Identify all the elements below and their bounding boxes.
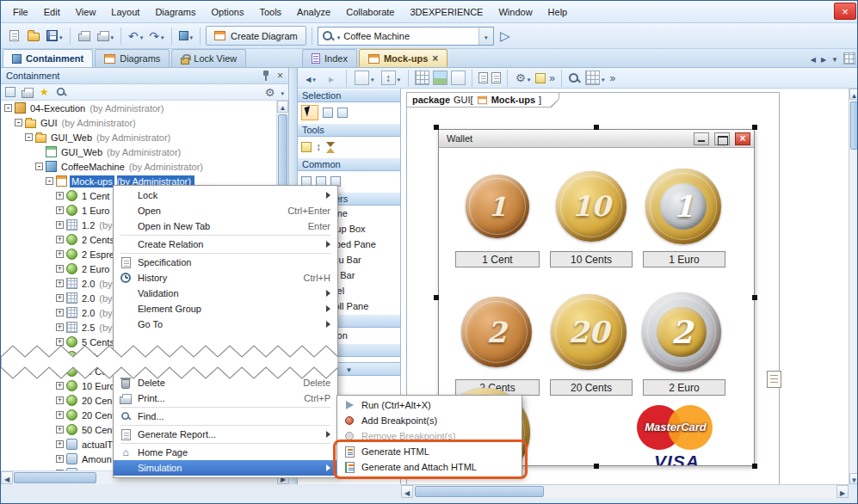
tab-lock-view[interactable]: Lock View	[171, 49, 246, 67]
menu-item-simulation[interactable]: Simulation	[114, 460, 337, 476]
scroll-right-button[interactable]	[836, 485, 849, 498]
tree-row[interactable]: GUI(by Administrator)	[1, 115, 277, 130]
new-project-button[interactable]	[5, 27, 22, 46]
menu-collaborate[interactable]: Collaborate	[339, 3, 401, 21]
menu-item-go-to[interactable]: Go To	[114, 317, 337, 332]
canvas-vertical-scrollbar[interactable]	[849, 89, 858, 484]
tab-containment[interactable]: Containment	[3, 49, 93, 67]
scroll-up-button[interactable]	[277, 101, 288, 113]
nav-forward-button[interactable]	[323, 69, 340, 88]
menu-item-validation[interactable]: Validation	[114, 286, 337, 301]
maximize-icon[interactable]	[714, 132, 730, 145]
tree-row[interactable]: GUI_Web(by Administrator)	[1, 130, 277, 144]
search-combo[interactable]: Coffee Machine	[318, 27, 494, 46]
panel-options-icon[interactable]	[265, 87, 275, 98]
coin-10-cents[interactable]: 10	[556, 171, 627, 242]
coin-1-euro[interactable]: 1	[645, 169, 721, 244]
menu-item-create-relation[interactable]: Create Relation	[114, 237, 337, 252]
expand-toggle[interactable]	[56, 440, 64, 448]
print-preview-button[interactable]	[96, 27, 116, 46]
wallet-title-bar[interactable]: Wallet	[439, 130, 754, 148]
table-view-button[interactable]	[583, 69, 607, 88]
menu-item-find[interactable]: Find...	[114, 409, 337, 424]
image-export-icon[interactable]	[433, 71, 448, 85]
menu-file[interactable]: File	[6, 3, 35, 21]
close-tab-icon[interactable]	[432, 53, 438, 64]
coin-2-cents[interactable]: 2	[461, 297, 532, 367]
search-tree-icon[interactable]	[56, 87, 66, 97]
expand-toggle[interactable]	[56, 411, 64, 419]
selection-handle[interactable]	[594, 125, 599, 130]
window-close-button[interactable]: ×	[834, 3, 856, 20]
palette-section-tools[interactable]: Tools	[298, 123, 400, 137]
expand-toggle[interactable]	[56, 396, 64, 404]
menu-item-lock[interactable]: Lock	[114, 187, 337, 203]
close-panel-icon[interactable]	[277, 71, 283, 81]
expand-toggle[interactable]	[56, 206, 64, 214]
minimize-icon[interactable]	[694, 132, 709, 145]
submenu-item-generate-html[interactable]: Generate HTML	[337, 444, 522, 459]
expand-toggle[interactable]	[56, 323, 64, 331]
menu-item-print[interactable]: Print...Ctrl+P	[114, 390, 337, 406]
overflow-icon[interactable]	[609, 73, 615, 83]
menu-item-open[interactable]: OpenCtrl+Enter	[114, 203, 337, 218]
scrollbar-thumb[interactable]	[850, 101, 858, 150]
note-tool-icon[interactable]	[301, 142, 312, 152]
next-tab-icon[interactable]	[821, 53, 826, 64]
print-button[interactable]	[76, 27, 93, 46]
save-button[interactable]	[45, 27, 65, 46]
menu-item-specification[interactable]: Specification	[114, 255, 337, 270]
palette-section-selection[interactable]: Selection	[298, 89, 400, 102]
expand-toggle[interactable]	[56, 353, 64, 360]
copy-icon[interactable]	[478, 72, 488, 83]
selection-handle[interactable]	[434, 125, 439, 130]
pin-icon[interactable]	[262, 70, 270, 82]
submenu-item-generate-attach-html[interactable]: Generate and Attach HTML	[337, 459, 522, 475]
lasso-tool-icon[interactable]	[323, 108, 333, 118]
coin-label[interactable]: 20 Cents	[550, 379, 633, 396]
selection-handle[interactable]	[752, 295, 757, 300]
menu-edit[interactable]: Edit	[37, 3, 67, 21]
favorites-icon[interactable]	[40, 87, 49, 97]
menu-3dexperience[interactable]: 3DEXPERIENCE	[403, 3, 490, 21]
scroll-left-button[interactable]	[1, 471, 13, 484]
window-list-icon[interactable]	[843, 52, 855, 65]
selection-handle[interactable]	[594, 464, 599, 469]
menu-item-open-in-new-tab[interactable]: Open in New TabEnter	[114, 218, 337, 234]
scroll-left-button[interactable]	[401, 485, 413, 498]
menu-view[interactable]: View	[69, 3, 103, 21]
mastercard-logo[interactable]: MasterCard	[635, 403, 730, 452]
run-search-button[interactable]	[497, 27, 514, 46]
expand-toggle[interactable]	[56, 338, 64, 346]
canvas-horizontal-scrollbar[interactable]	[401, 484, 849, 498]
expand-toggle[interactable]	[56, 280, 64, 287]
layout-button[interactable]	[380, 69, 403, 88]
menu-layout[interactable]: Layout	[104, 3, 146, 21]
redo-button[interactable]	[147, 27, 165, 46]
create-diagram-button[interactable]: Create Diagram	[206, 26, 306, 46]
expand-toggle[interactable]	[56, 367, 64, 375]
open-project-button[interactable]	[25, 27, 42, 46]
nav-back-button[interactable]	[302, 69, 319, 88]
tab-diagrams[interactable]: Diagrams	[95, 49, 170, 67]
menu-analyze[interactable]: Analyze	[290, 3, 337, 21]
coin-label[interactable]: 1 Euro	[643, 251, 725, 267]
frame-visibility-icon[interactable]	[451, 71, 466, 85]
expand-toggle[interactable]	[15, 119, 22, 126]
visa-logo[interactable]: VISA	[654, 452, 700, 466]
tab-mockups[interactable]: Mock-ups	[359, 49, 448, 67]
scrollbar-thumb[interactable]	[278, 114, 287, 188]
undo-button[interactable]	[127, 27, 145, 46]
selection-handle[interactable]	[434, 295, 439, 300]
note-icon[interactable]	[535, 73, 546, 83]
cursor-tool[interactable]	[301, 105, 318, 120]
tree-row[interactable]: GUI_Web(by Administrator)	[1, 144, 277, 159]
paste-icon[interactable]	[491, 72, 501, 83]
coin-2-euro[interactable]: 2	[642, 292, 721, 372]
scrollbar-thumb[interactable]	[14, 472, 96, 483]
submenu-item-add-breakpoints[interactable]: Add Breakpoint(s)	[337, 413, 522, 428]
close-icon[interactable]	[735, 132, 750, 145]
zoom-icon[interactable]	[568, 72, 580, 84]
pan-tool-icon[interactable]	[337, 108, 348, 118]
expand-toggle[interactable]	[56, 250, 64, 258]
